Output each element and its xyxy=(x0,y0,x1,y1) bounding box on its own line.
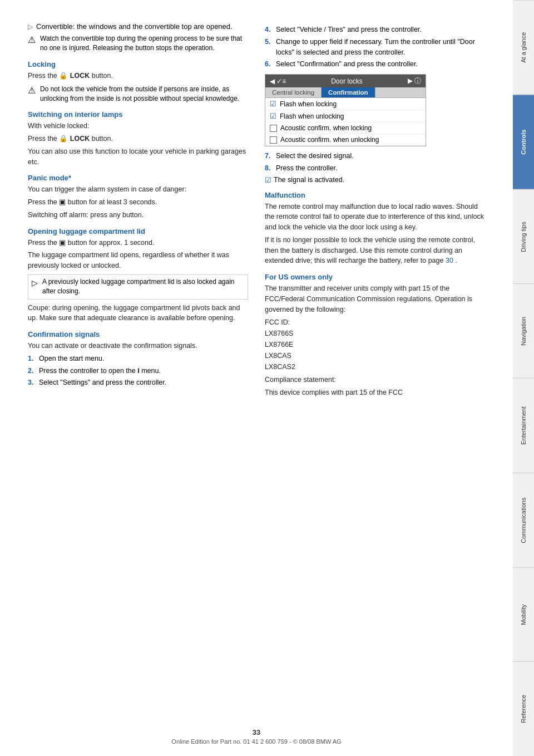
malfunction-text1: The remote control may malfunction due t… xyxy=(265,202,485,233)
switching-lamps-text4: You can also use this function to locate… xyxy=(28,146,248,168)
step-4-text: Select "Vehicle / Tires" and press the c… xyxy=(276,24,422,35)
panic-mode-text2: Press the ▣ button for at least 3 second… xyxy=(28,197,248,208)
switching-lamps-press: Press the xyxy=(28,135,57,143)
step-7-num: 7. xyxy=(265,151,273,161)
widget-row-acoustic-unlocking: Acoustic confirm. when unlocking xyxy=(265,134,426,146)
sidebar-tab-navigation[interactable]: Navigation xyxy=(513,283,534,378)
widget-nav-right: ▶ ⓘ xyxy=(408,76,421,86)
switching-lamps-text1: With vehicle locked: xyxy=(28,121,248,131)
malfunction-page-link[interactable]: 30 xyxy=(446,257,453,264)
sidebar-tab-driving-tips[interactable]: Driving tips xyxy=(513,189,534,284)
step-7-text: Select the desired signal. xyxy=(276,151,354,161)
signal-activated: ☑ The signal is activated. xyxy=(265,176,485,184)
opening-luggage-heading: Opening luggage compartment lid xyxy=(28,227,248,235)
step-6-num: 6. xyxy=(265,59,273,70)
widget-nav-left: ◀ ✓≡ xyxy=(270,77,286,85)
convertible-warning-text: Watch the convertible top during the ope… xyxy=(40,34,248,53)
luggage-note-text: A previously locked luggage compartment … xyxy=(42,277,244,297)
confirmation-signals-heading: Confirmation signals xyxy=(28,330,248,338)
switching-lamps-button: button. xyxy=(92,135,113,143)
sidebar-tab-reference[interactable]: Reference xyxy=(513,661,534,756)
widget-row-flash-locking: ☑ Flash when locking xyxy=(265,98,426,110)
locking-text1: Press the xyxy=(28,72,57,80)
acoustic-unlocking-label: Acoustic confirm. when unlocking xyxy=(280,136,379,144)
widget-row-acoustic-locking: Acoustic confirm. when locking xyxy=(265,122,426,134)
sidebar-tab-controls[interactable]: Controls xyxy=(513,95,534,189)
step-6-text: Select "Confirmation" and press the cont… xyxy=(276,59,418,70)
page-number: 33 xyxy=(253,728,260,737)
signal-check-icon: ☑ xyxy=(265,176,271,184)
lock-button-icon: 🔒 LOCK xyxy=(59,72,91,80)
two-column-layout: ▷ Convertible: the windows and the conve… xyxy=(28,22,485,400)
locking-warning: ⚠ Do not lock the vehicle from the outsi… xyxy=(28,85,248,104)
step-4-num: 4. xyxy=(265,24,273,35)
convertible-warning: ⚠ Watch the convertible top during the o… xyxy=(28,34,248,53)
steps-4-6-list: 4. Select "Vehicle / Tires" and press th… xyxy=(265,24,485,70)
steps-7-8-list: 7. Select the desired signal. 8. Press t… xyxy=(265,151,485,174)
for-us-owners-text1: The transmitter and receiver units compl… xyxy=(265,283,485,315)
fcc-ids: FCC ID: LX8766S LX8766E LX8CAS LX8CAS2 xyxy=(265,317,485,372)
checkbox-acoustic-unlocking-icon xyxy=(270,136,277,144)
locking-warning-icon: ⚠ xyxy=(28,84,36,104)
step-8-num: 8. xyxy=(265,163,273,174)
step-1-text: Open the start menu. xyxy=(39,354,104,364)
i-menu-icon: i xyxy=(137,367,139,375)
widget-tabs: Central locking Confirmation xyxy=(265,87,426,98)
warning-triangle-icon: ⚠ xyxy=(28,33,36,53)
note-arrow-icon: ▷ xyxy=(32,277,38,297)
step-2-text: Press the controller to open the i menu. xyxy=(39,366,161,376)
locking-text: Press the 🔒 LOCK button. xyxy=(28,71,248,81)
compliance-text: This device complies with part 15 of the… xyxy=(265,387,485,398)
malfunction-text2: If it is no longer possible to lock the … xyxy=(265,235,485,266)
panic-button-icon: ▣ xyxy=(59,198,67,206)
left-column: ▷ Convertible: the windows and the conve… xyxy=(28,22,248,400)
sidebar-tab-at-a-glance[interactable]: At a glance xyxy=(513,0,534,95)
door-locks-widget: ◀ ✓≡ Door locks ▶ ⓘ Central locking Conf… xyxy=(265,74,426,146)
sidebar-tab-entertainment[interactable]: Entertainment xyxy=(513,378,534,473)
checkbox-acoustic-locking-icon xyxy=(270,125,277,132)
opening-luggage-text1: Press the ▣ button for approx. 1 second. xyxy=(28,238,248,248)
right-column: 4. Select "Vehicle / Tires" and press th… xyxy=(265,22,485,400)
step-4: 4. Select "Vehicle / Tires" and press th… xyxy=(265,24,485,35)
widget-tab-confirmation[interactable]: Confirmation xyxy=(322,87,375,97)
widget-tab-central-locking[interactable]: Central locking xyxy=(265,87,322,97)
locking-heading: Locking xyxy=(28,60,248,68)
step-2: 2. Press the controller to open the i me… xyxy=(28,366,248,376)
flash-unlocking-label: Flash when unlocking xyxy=(280,112,344,120)
step-1: 1. Open the start menu. xyxy=(28,354,248,364)
confirmation-signals-text1: You can activate or deactivate the confi… xyxy=(28,341,248,351)
step-3: 3. Select "Settings" and press the contr… xyxy=(28,377,248,388)
panic-mode-text4: Switching off alarm: press any button. xyxy=(28,210,248,220)
copyright-text: Online Edition for Part no. 01 41 2 600 … xyxy=(171,738,341,745)
acoustic-locking-label: Acoustic confirm. when locking xyxy=(280,124,372,132)
sidebar-tab-mobility[interactable]: Mobility xyxy=(513,567,534,662)
check-flash-unlocking-icon: ☑ xyxy=(270,112,276,120)
luggage-note-box: ▷ A previously locked luggage compartmen… xyxy=(28,274,248,300)
sidebar: At a glance Controls Driving tips Naviga… xyxy=(513,0,534,756)
step-5: 5. Change to upper field if necessary. T… xyxy=(265,37,485,58)
switching-lamps-heading: Switching on interior lamps xyxy=(28,110,248,119)
sidebar-tab-communications[interactable]: Communications xyxy=(513,473,534,567)
compliance-statement: Compliance statement: xyxy=(265,375,485,385)
page-footer: 33 Online Edition for Part no. 01 41 2 6… xyxy=(0,728,513,745)
step-6: 6. Select "Confirmation" and press the c… xyxy=(265,59,485,70)
lock-icon-switching: 🔒 LOCK xyxy=(59,135,91,143)
step-3-text: Select "Settings" and press the controll… xyxy=(39,377,166,388)
flash-locking-label: Flash when locking xyxy=(280,100,337,108)
locking-warning-text: Do not lock the vehicle from the outside… xyxy=(40,85,248,104)
intro-bullet-text: Convertible: the windows and the convert… xyxy=(36,22,233,31)
main-content: ▷ Convertible: the windows and the conve… xyxy=(0,0,513,756)
panic-mode-heading: Panic mode* xyxy=(28,174,248,182)
switching-lamps-text2: Press the 🔒 LOCK button. xyxy=(28,134,248,144)
locking-text2: button. xyxy=(92,72,113,80)
panic-mode-text1: You can trigger the alarm system in case… xyxy=(28,184,248,195)
luggage-button-icon: ▣ xyxy=(59,239,67,247)
check-flash-locking-icon: ☑ xyxy=(270,100,276,108)
opening-luggage-text3: The luggage compartment lid opens, regar… xyxy=(28,250,248,271)
intro-bullet: ▷ Convertible: the windows and the conve… xyxy=(28,22,248,31)
step-7: 7. Select the desired signal. xyxy=(265,151,485,161)
step-2-num: 2. xyxy=(28,366,36,376)
step-5-text: Change to upper field if necessary. Turn… xyxy=(276,37,485,58)
step-3-num: 3. xyxy=(28,377,36,388)
malfunction-heading: Malfunction xyxy=(265,191,485,199)
